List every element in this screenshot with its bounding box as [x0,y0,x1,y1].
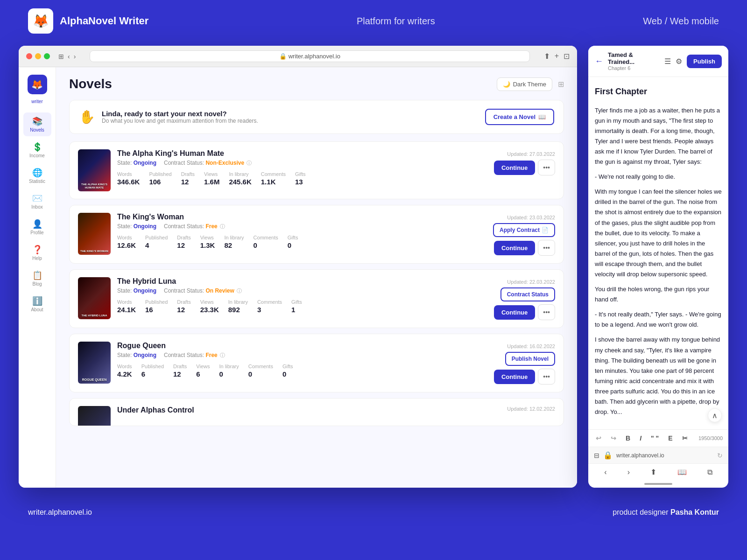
novels-main: Novels 🌙 Dark Theme ⊞ ✋ [56,67,577,488]
novel-actions-2: Updated: 23.03.2022 Apply Contract 📄 Con… [493,215,555,256]
nav-tabs-button[interactable]: ⧉ [707,468,712,476]
sidebar-item-blog[interactable]: 📋 Blog [23,266,51,290]
state-value-2: Ongoing [134,223,156,230]
stat-comments-4: Comments 0 [248,364,273,378]
novel-top-row-2: The King's Woman State: Ongoing Contract… [117,213,555,256]
sidebar-item-statistic[interactable]: 🌐 Statistic [23,164,51,188]
header-right: 🌙 Dark Theme ⊞ [497,77,564,91]
novel-card-3-header: THE HYBRID LUNA The Hybrid Luna State: O… [78,277,555,320]
mobile-publish-button[interactable]: Publish [687,55,722,68]
redo-button[interactable]: ↪ [609,434,618,443]
mobile-back-button[interactable]: ← [595,56,603,66]
novel-top-row-3: The Hybrid Luna State: Ongoing Contract … [117,277,555,320]
dark-theme-button[interactable]: 🌙 Dark Theme [497,77,552,91]
browser-new-tab-icon[interactable]: + [555,52,559,61]
browser-close-icon[interactable]: ⊡ [564,52,570,61]
browser-grid-icon[interactable]: ⊞ [58,53,64,60]
contract-value-2: Free [205,223,217,230]
more-button-3[interactable]: ••• [538,304,555,320]
novel-top-row-1: The Alpha King's Human Mate State: Ongoi… [117,149,555,186]
browser-dot-green[interactable] [44,53,50,59]
sidebar-item-profile[interactable]: 👤 Profile [23,215,51,239]
more-button-4[interactable]: ••• [538,369,555,385]
sidebar-item-novels[interactable]: 📚 Novels [23,112,51,136]
nav-share-button[interactable]: ⬆ [650,468,656,476]
stat-gifts-3: Gifts 1 [291,299,302,314]
nav-back-button[interactable]: ‹ [604,468,606,476]
sidebar-item-income[interactable]: 💲 Income [23,138,51,162]
edit-button[interactable]: E [666,434,674,443]
novel-title-4: Rogue Queen [117,342,293,350]
novel-card-1-header: THE ALPHA KING'S HUMAN MATE The Alpha Ki… [78,149,555,191]
browser-share-icon[interactable]: ⬆ [544,52,550,61]
apply-contract-button[interactable]: Apply Contract 📄 [493,223,555,237]
contract-value-3: On Review [205,287,234,294]
novel-info-1: The Alpha King's Human Mate State: Ongoi… [117,149,555,186]
nav-forward-button[interactable]: › [627,468,630,476]
browser-forward-icon[interactable]: › [74,53,76,60]
continue-button-2[interactable]: Continue [494,241,535,255]
mobile-panel: ← Tamed & Trained... Chapter 6 ☰ ⚙ Publi… [588,46,728,488]
create-novel-button[interactable]: Create a Novel 📖 [485,109,554,125]
novel-stats-2: Words 12.6K Published 4 [117,235,298,249]
top-banner: 🦊 AlphaNovel Writer Platform for writers… [0,0,747,42]
footer-right-prefix: product designer [613,508,668,516]
browser-url-bar[interactable]: 🔒 writer.alphanovel.io [90,50,529,62]
action-row-3: Continue ••• [494,304,555,320]
publish-novel-button[interactable]: Publish Novel [505,352,555,366]
sidebar-item-inbox[interactable]: ✉️ Inbox [23,189,51,213]
stat-comments-3: Comments 3 [257,299,282,314]
novel-cover-2: THE KING'S WOMAN [78,213,111,255]
novel-actions-4: Updated: 16.02.2022 Publish Novel Contin… [494,343,555,385]
stat-comments-2: Comments 0 [254,235,278,249]
mobile-list-icon[interactable]: ☰ [664,57,671,66]
mobile-header: ← Tamed & Trained... Chapter 6 ☰ ⚙ Publi… [588,46,728,77]
mobile-nav-bar: ‹ › ⬆ 📖 ⧉ [588,464,728,480]
nav-bookmark-button[interactable]: 📖 [677,468,687,476]
sidebar-label-blog: Blog [32,281,42,287]
novel-stats-4: Words 4.2K Published 6 [117,364,293,378]
quote-button[interactable]: " " [649,434,661,443]
sidebar-item-help[interactable]: ❓ Help [23,241,51,265]
novel-meta-3: State: Ongoing Contract Status: On Revie… [117,287,302,294]
browser-actions: ⬆ + ⊡ [544,52,570,61]
contract-value-4: Free [205,352,217,358]
browser-dot-red[interactable] [26,53,32,59]
more-button-1[interactable]: ••• [538,160,555,175]
stat-views-1: Views 1.6M [204,171,219,186]
action-row-1: Continue ••• [494,160,555,175]
stat-words-3: Words 24.1K [117,299,136,314]
undo-button[interactable]: ↩ [594,434,603,443]
sidebar-item-about[interactable]: ℹ️ About [23,292,51,316]
browser-back-icon[interactable]: ‹ [68,53,70,60]
italic-button[interactable]: I [638,434,643,443]
bold-button[interactable]: B [624,434,632,443]
novels-icon: 📚 [32,116,42,126]
moon-icon: 🌙 [503,81,510,88]
stat-published-2: Published 4 [145,235,168,249]
state-label-4: State: Ongoing [117,352,156,359]
content-paragraph-3: With my tongue I can feel the silencer h… [595,187,722,280]
contract-status-button[interactable]: Contract Status [500,287,555,301]
novel-title-1: The Alpha King's Human Mate [117,149,306,158]
grid-view-icon[interactable]: ⊞ [558,80,564,89]
stat-library-4: In library 0 [219,364,239,378]
home-bar [644,483,672,485]
stat-words-1: Words 346.6K [117,171,140,186]
browser-dot-yellow[interactable] [35,53,41,59]
stat-published-3: Published 16 [145,299,168,314]
novel-top-row-4: Rogue Queen State: Ongoing Contract Stat… [117,342,555,385]
novel-stats-3: Words 24.1K Published 16 [117,299,302,314]
refresh-icon[interactable]: ↻ [717,452,723,459]
special-button[interactable]: ✂ [680,434,690,443]
continue-button-3[interactable]: Continue [494,305,535,320]
continue-button-1[interactable]: Continue [494,161,535,175]
continue-button-4[interactable]: Continue [494,370,535,384]
novel-title-2: The King's Woman [117,213,298,221]
state-value-4: Ongoing [134,352,156,358]
mobile-settings-icon[interactable]: ⚙ [676,57,682,66]
stat-words-4: Words 4.2K [117,364,132,378]
browser-url-text: writer.alphanovel.io [289,53,340,60]
create-novel-label: Create a Novel [493,113,536,120]
more-button-2[interactable]: ••• [538,240,555,256]
